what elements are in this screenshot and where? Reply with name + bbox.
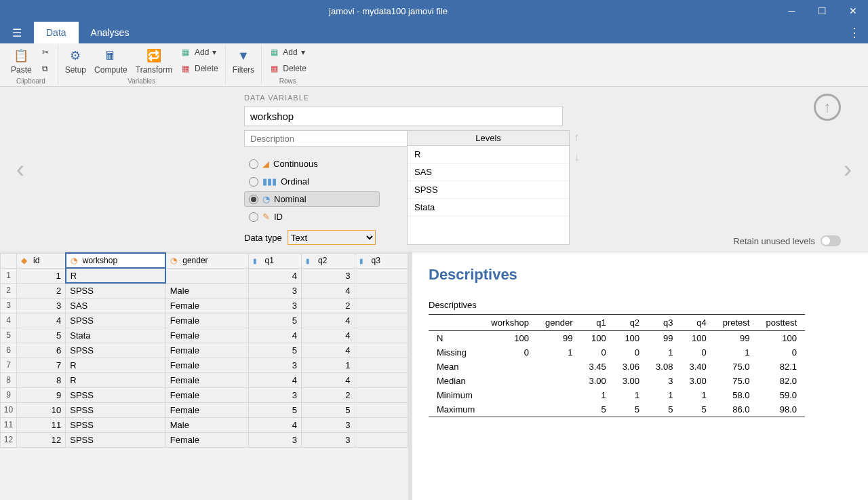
cell[interactable]: 2	[302, 387, 355, 402]
cell[interactable]	[355, 358, 408, 372]
cell[interactable]: 6	[17, 343, 66, 358]
cell[interactable]: Female	[165, 387, 248, 402]
close-button[interactable]: ✕	[837, 0, 868, 22]
cell[interactable]: 7	[17, 358, 66, 372]
cell[interactable]: 3	[302, 432, 355, 447]
cell[interactable]	[355, 268, 408, 283]
cell[interactable]: Female	[165, 298, 248, 313]
cell[interactable]: SPSS	[66, 283, 165, 298]
row-header[interactable]: 11	[1, 417, 17, 432]
cell[interactable]	[165, 268, 248, 283]
cell[interactable]: SPSS	[66, 432, 165, 447]
cell[interactable]: 3	[302, 417, 355, 432]
cell[interactable]: R	[66, 372, 165, 387]
cell[interactable]: 5	[302, 402, 355, 417]
filters-button[interactable]: ▼Filters	[233, 45, 255, 75]
cell[interactable]: Stata	[66, 328, 165, 343]
cell[interactable]: 3	[248, 283, 301, 298]
cell[interactable]: 5	[248, 402, 301, 417]
tab-data[interactable]: Data	[34, 22, 79, 43]
maximize-button[interactable]: ☐	[807, 0, 837, 22]
level-down-button[interactable]: ↓	[574, 150, 580, 164]
cell[interactable]: SAS	[66, 298, 165, 313]
cell[interactable]: 4	[302, 328, 355, 343]
cell[interactable]: SPSS	[66, 402, 165, 417]
cell[interactable]	[355, 387, 408, 402]
cell[interactable]: 4	[302, 313, 355, 328]
cell[interactable]: 8	[17, 372, 66, 387]
cell[interactable]: Female	[165, 402, 248, 417]
retain-levels-toggle[interactable]	[821, 235, 841, 246]
cut-button[interactable]: ✂	[40, 45, 51, 60]
cell[interactable]: 5	[248, 343, 301, 358]
level-up-button[interactable]: ↑	[574, 130, 580, 145]
cell[interactable]: 1	[302, 358, 355, 372]
cell[interactable]: Female	[165, 358, 248, 372]
more-menu-icon[interactable]: ⋮	[841, 22, 868, 43]
type-id[interactable]: ✎ID	[244, 209, 380, 225]
column-header[interactable]: gender	[165, 253, 248, 268]
cell[interactable]	[355, 402, 408, 417]
cell[interactable]: 4	[248, 268, 301, 283]
cell[interactable]: 3	[248, 298, 301, 313]
row-header[interactable]: 4	[1, 313, 17, 328]
data-type-select[interactable]: Text	[288, 230, 376, 245]
cell[interactable]: 4	[248, 372, 301, 387]
type-ordinal[interactable]: ▮▮▮Ordinal	[244, 174, 380, 189]
row-header[interactable]: 2	[1, 283, 17, 298]
row-header[interactable]: 1	[1, 268, 17, 283]
data-spreadsheet[interactable]: idworkshopgenderq1q2q311R4322SPSSMale343…	[0, 252, 408, 500]
row-header[interactable]: 3	[1, 298, 17, 313]
cell[interactable]: Female	[165, 372, 248, 387]
level-item[interactable]: R	[408, 146, 569, 164]
column-header[interactable]: q2	[302, 253, 355, 268]
cell[interactable]: SPSS	[66, 313, 165, 328]
type-continuous[interactable]: ◢Continuous	[244, 156, 380, 172]
variables-add-button[interactable]: ▦Add ▾	[180, 45, 218, 60]
cell[interactable]: Female	[165, 328, 248, 343]
cell[interactable]: 4	[302, 343, 355, 358]
cell[interactable]: 3	[17, 298, 66, 313]
cell[interactable]: 1	[17, 268, 66, 283]
cell[interactable]: 5	[248, 313, 301, 328]
level-item[interactable]: SAS	[408, 164, 569, 181]
row-header[interactable]: 5	[1, 328, 17, 343]
level-item[interactable]: Stata	[408, 199, 569, 216]
column-header[interactable]: id	[17, 253, 66, 268]
row-header[interactable]: 7	[1, 358, 17, 372]
cell[interactable]	[355, 432, 408, 447]
type-nominal[interactable]: ◔Nominal	[244, 191, 380, 207]
cell[interactable]	[355, 313, 408, 328]
cell[interactable]: 2	[17, 283, 66, 298]
cell[interactable]: 3	[248, 387, 301, 402]
cell[interactable]: 4	[248, 417, 301, 432]
cell[interactable]: 10	[17, 402, 66, 417]
compute-button[interactable]: 🖩Compute	[94, 45, 127, 75]
cell[interactable]: R	[66, 358, 165, 372]
row-header[interactable]: 6	[1, 343, 17, 358]
transform-button[interactable]: 🔁Transform	[136, 45, 172, 75]
collapse-editor-button[interactable]: ↑	[814, 94, 841, 121]
cell[interactable]: Female	[165, 313, 248, 328]
paste-button[interactable]: 📋 Paste	[11, 45, 32, 75]
column-header[interactable]: q1	[248, 253, 301, 268]
cell[interactable]: 11	[17, 417, 66, 432]
cell[interactable]: 3	[302, 268, 355, 283]
cell[interactable]: 3	[248, 358, 301, 372]
cell[interactable]: SPSS	[66, 387, 165, 402]
cell[interactable]: 4	[302, 283, 355, 298]
cell[interactable]: 9	[17, 387, 66, 402]
cell[interactable]: Male	[165, 417, 248, 432]
cell[interactable]	[355, 298, 408, 313]
cell[interactable]	[355, 328, 408, 343]
hamburger-icon[interactable]: ☰	[0, 22, 34, 43]
cell[interactable]	[355, 417, 408, 432]
variables-delete-button[interactable]: ▦Delete	[180, 61, 218, 76]
copy-button[interactable]: ⧉	[40, 61, 51, 76]
cell[interactable]: SPSS	[66, 343, 165, 358]
next-variable-arrow[interactable]: ›	[827, 102, 868, 237]
cell[interactable]	[355, 372, 408, 387]
cell[interactable]: Female	[165, 343, 248, 358]
cell[interactable]: Male	[165, 283, 248, 298]
prev-variable-arrow[interactable]: ‹	[0, 102, 41, 237]
